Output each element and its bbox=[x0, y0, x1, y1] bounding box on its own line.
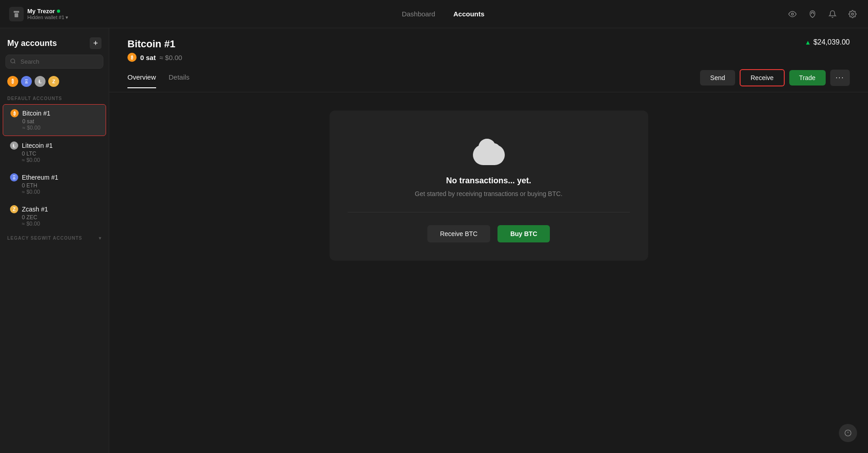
sidebar-header: My accounts + bbox=[0, 28, 109, 55]
account-balance-eth: 0 ETH bbox=[22, 182, 99, 189]
account-name-bitcoin: Bitcoin #1 bbox=[22, 110, 50, 117]
wallet-selector[interactable]: Hidden wallet #1 ▾ bbox=[27, 15, 68, 20]
no-tx-subtitle: Get started by receiving transactions or… bbox=[415, 190, 562, 197]
account-main-title: Bitcoin #1 bbox=[127, 38, 182, 50]
buy-btc-button[interactable]: Buy BTC bbox=[497, 225, 550, 242]
nav-accounts[interactable]: Accounts bbox=[453, 10, 484, 18]
tab-overview[interactable]: Overview bbox=[127, 73, 156, 88]
account-balance-usd-eth: ≈ $0.00 bbox=[22, 189, 99, 195]
gear-icon[interactable] bbox=[846, 8, 859, 20]
account-name-ethereum: Ethereum #1 bbox=[22, 174, 58, 181]
coin-icon-ltc: Ł bbox=[10, 141, 18, 150]
account-balance-usd-btc: ≈ $0.00 bbox=[22, 125, 98, 131]
actions-row: Send Receive Trade ··· bbox=[700, 69, 850, 92]
trade-button[interactable]: Trade bbox=[789, 70, 826, 86]
account-title-row: Bitcoin #1 ₿ 0 sat ≈ $0.00 bbox=[127, 38, 182, 62]
account-balance-usd-ltc: ≈ $0.00 bbox=[22, 157, 99, 163]
section-label-default: DEFAULT ACCOUNTS bbox=[0, 92, 109, 104]
tabs-row: Overview Details bbox=[127, 73, 189, 88]
content-header: Bitcoin #1 ₿ 0 sat ≈ $0.00 ▲ $24,039.00 bbox=[109, 28, 868, 62]
main-layout: My accounts + ₿ Ξ Ł Z DEFAULT ACCOUNTS bbox=[0, 28, 868, 453]
wallet-label: Hidden wallet #1 bbox=[27, 15, 64, 20]
eye-icon[interactable] bbox=[786, 8, 799, 20]
brand-name-label: My Trezor bbox=[27, 8, 55, 15]
fab-button[interactable] bbox=[839, 424, 857, 442]
filter-btc[interactable]: ₿ bbox=[7, 76, 18, 87]
chevron-down-icon: ▾ bbox=[66, 15, 68, 20]
overview-content: No transactions... yet. Get started by r… bbox=[109, 92, 868, 453]
coin-icon-zec: Z bbox=[10, 205, 18, 213]
send-button[interactable]: Send bbox=[700, 70, 735, 86]
receive-btc-button[interactable]: Receive BTC bbox=[427, 225, 490, 242]
brand-icon bbox=[9, 7, 24, 21]
account-balance-zec: 0 ZEC bbox=[22, 214, 99, 221]
svg-point-3 bbox=[852, 13, 854, 15]
content: Bitcoin #1 ₿ 0 sat ≈ $0.00 ▲ $24,039.00 … bbox=[109, 28, 868, 453]
search-icon bbox=[10, 58, 16, 65]
account-name-litecoin: Litecoin #1 bbox=[22, 142, 53, 149]
account-item-litecoin[interactable]: Ł Litecoin #1 0 LTC ≈ $0.00 bbox=[3, 137, 106, 168]
coin-icon-btc: ₿ bbox=[10, 109, 19, 117]
no-transactions-card: No transactions... yet. Get started by r… bbox=[330, 111, 648, 261]
more-button[interactable]: ··· bbox=[830, 70, 850, 86]
tabs-actions-row: Overview Details Send Receive Trade ··· bbox=[109, 62, 868, 92]
bell-icon[interactable] bbox=[826, 8, 839, 20]
sidebar: My accounts + ₿ Ξ Ł Z DEFAULT ACCOUNTS bbox=[0, 28, 109, 453]
price-up-icon: ▲ bbox=[805, 39, 811, 46]
sidebar-title: My accounts bbox=[7, 39, 57, 48]
account-item-zcash[interactable]: Z Zcash #1 0 ZEC ≈ $0.00 bbox=[3, 201, 106, 232]
svg-point-2 bbox=[792, 13, 794, 15]
btc-icon-inline: ₿ bbox=[127, 53, 137, 62]
no-tx-buttons: Receive BTC Buy BTC bbox=[427, 225, 550, 242]
account-sat-balance: 0 sat bbox=[140, 54, 156, 61]
no-tx-divider bbox=[348, 212, 630, 212]
section-label-legacy[interactable]: LEGACY SEGWIT ACCOUNTS ▾ bbox=[0, 232, 109, 243]
account-name-zcash: Zcash #1 bbox=[22, 206, 48, 213]
add-account-button[interactable]: + bbox=[90, 37, 102, 49]
svg-point-4 bbox=[11, 59, 15, 63]
account-balance-btc: 0 sat bbox=[22, 118, 98, 125]
fingerprint-icon[interactable] bbox=[806, 8, 819, 20]
receive-button[interactable]: Receive bbox=[740, 69, 785, 86]
account-price-value: $24,039.00 bbox=[813, 38, 850, 46]
filter-ltc[interactable]: Ł bbox=[35, 76, 46, 87]
nav-dashboard[interactable]: Dashboard bbox=[402, 10, 435, 18]
coin-filter-row: ₿ Ξ Ł Z bbox=[0, 74, 109, 92]
cloud-illustration bbox=[468, 133, 509, 165]
no-tx-title: No transactions... yet. bbox=[446, 176, 531, 186]
topnav-right bbox=[786, 8, 859, 20]
search-container bbox=[5, 55, 103, 69]
account-balance-usd-zec: ≈ $0.00 bbox=[22, 221, 99, 227]
account-subtitle: ₿ 0 sat ≈ $0.00 bbox=[127, 53, 182, 62]
topnav: My Trezor Hidden wallet #1 ▾ Dashboard A… bbox=[0, 0, 868, 28]
svg-rect-0 bbox=[14, 11, 19, 13]
chevron-down-icon: ▾ bbox=[99, 236, 102, 241]
coin-icon-eth: Ξ bbox=[10, 173, 18, 181]
topnav-center: Dashboard Accounts bbox=[100, 10, 786, 18]
tab-details[interactable]: Details bbox=[169, 73, 190, 88]
brand: My Trezor Hidden wallet #1 ▾ bbox=[9, 7, 100, 21]
account-item-ethereum[interactable]: Ξ Ethereum #1 0 ETH ≈ $0.00 bbox=[3, 169, 106, 200]
filter-eth[interactable]: Ξ bbox=[21, 76, 32, 87]
search-input[interactable] bbox=[5, 55, 103, 69]
svg-rect-1 bbox=[15, 13, 18, 17]
account-balance-ltc: 0 LTC bbox=[22, 151, 99, 157]
account-usd-value: ▲ $24,039.00 bbox=[805, 38, 850, 46]
brand-text: My Trezor Hidden wallet #1 ▾ bbox=[27, 8, 68, 20]
status-dot bbox=[57, 10, 60, 13]
account-item-bitcoin[interactable]: ₿ Bitcoin #1 0 sat ≈ $0.00 bbox=[3, 104, 106, 136]
account-approx-usd: ≈ $0.00 bbox=[159, 54, 182, 61]
filter-zec[interactable]: Z bbox=[48, 76, 59, 87]
